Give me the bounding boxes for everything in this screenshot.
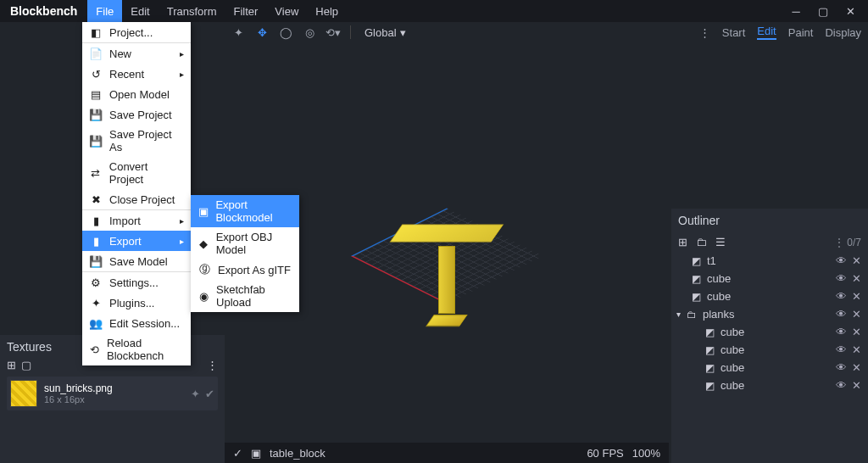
- caret-down-icon[interactable]: ▾: [676, 310, 681, 319]
- file-menu-close-project[interactable]: ✖Close Project: [82, 189, 191, 209]
- visibility-icon[interactable]: 👁: [836, 308, 847, 321]
- delete-icon[interactable]: ✕: [852, 326, 861, 338]
- textures-more-icon[interactable]: ⋮: [207, 359, 218, 371]
- menu-file[interactable]: File: [87, 0, 122, 22]
- particle-icon[interactable]: ✦: [191, 388, 200, 400]
- file-menu-save-project-as[interactable]: 💾Save Project As: [82, 125, 191, 157]
- file-menu-plugins-[interactable]: ✦Plugins...: [82, 293, 191, 313]
- coordinate-space-select[interactable]: Global ▾: [364, 26, 406, 39]
- close-button[interactable]: ✕: [844, 5, 856, 18]
- outliner-list-button[interactable]: ☰: [715, 236, 726, 248]
- cube-icon: ◩: [704, 362, 715, 374]
- mode-paint[interactable]: Paint: [788, 26, 814, 39]
- outliner-row[interactable]: ◩cube👁✕: [678, 270, 861, 287]
- export-menu-sketchfab-upload[interactable]: ◉Sketchfab Upload: [191, 280, 299, 312]
- menu-filter[interactable]: Filter: [225, 0, 266, 22]
- texture-dimensions: 16 x 16px: [44, 394, 113, 404]
- export-menu-export-obj-model[interactable]: ◆Export OBJ Model: [191, 227, 299, 259]
- menu-help[interactable]: Help: [307, 0, 347, 22]
- export-menu-export-as-gitf[interactable]: ⓖExport As gITF: [191, 259, 299, 280]
- menu-item-icon: ⓖ: [198, 263, 211, 276]
- mode-edit[interactable]: Edit: [757, 25, 776, 40]
- menu-item-label: Export: [109, 235, 142, 248]
- visibility-icon[interactable]: 👁: [836, 254, 847, 267]
- visibility-icon[interactable]: 👁: [836, 361, 847, 374]
- export-menu-export-blockmodel[interactable]: ▣Export Blockmodel: [191, 195, 299, 227]
- menu-item-icon: ▤: [89, 87, 103, 101]
- mode-start[interactable]: Start: [722, 26, 745, 39]
- new-texture-button[interactable]: ▢: [21, 359, 31, 371]
- status-check-icon[interactable]: ✓: [233, 447, 242, 460]
- outliner-row-label: t1: [707, 254, 716, 267]
- file-menu-settings-[interactable]: ⚙Settings...: [82, 271, 191, 293]
- file-menu-export[interactable]: ▮Export▸: [82, 231, 191, 251]
- outliner-row-label: cube: [707, 290, 731, 303]
- visibility-icon[interactable]: 👁: [836, 290, 847, 303]
- outliner-row[interactable]: ◩cube👁✕: [678, 287, 861, 305]
- file-menu-reload-blockbench[interactable]: ⟲Reload Blockbench: [82, 333, 191, 365]
- menu-item-label: Settings...: [109, 276, 159, 289]
- delete-icon[interactable]: ✕: [852, 379, 861, 392]
- menu-edit[interactable]: Edit: [122, 0, 158, 22]
- file-menu-convert-project[interactable]: ⇄Convert Project: [82, 157, 191, 189]
- file-menu-project-[interactable]: ◧Project...: [82, 22, 191, 42]
- mode-tabs-more-icon[interactable]: ⋮: [699, 26, 710, 39]
- visibility-icon[interactable]: 👁: [836, 343, 847, 356]
- delete-icon[interactable]: ✕: [852, 361, 861, 374]
- delete-icon[interactable]: ✕: [852, 254, 861, 267]
- file-menu-new[interactable]: 📄New▸: [82, 42, 191, 64]
- minimize-button[interactable]: ─: [790, 5, 802, 18]
- menu-item-label: Close Project: [109, 193, 175, 206]
- saved-icon: ✔: [205, 388, 214, 400]
- file-menu-open-model[interactable]: ▤Open Model: [82, 84, 191, 104]
- pointer-tool-icon[interactable]: ✦: [231, 25, 245, 39]
- visibility-icon[interactable]: 👁: [836, 379, 847, 392]
- transform-tool-icon[interactable]: ✥: [255, 25, 269, 39]
- cube-icon: ◩: [690, 291, 702, 303]
- file-menu-save-model[interactable]: 💾Save Model: [82, 251, 191, 271]
- visibility-icon[interactable]: 👁: [836, 326, 847, 338]
- visibility-icon[interactable]: 👁: [836, 272, 847, 285]
- chevron-down-icon: ▾: [400, 26, 406, 39]
- outliner-row[interactable]: ◩cube👁✕: [678, 377, 861, 394]
- file-menu-edit-session-[interactable]: 👥Edit Session...: [82, 313, 191, 333]
- menu-item-icon: ▮: [89, 234, 103, 248]
- menu-transform[interactable]: Transform: [159, 0, 225, 22]
- menu-item-icon: 💾: [89, 108, 103, 121]
- outliner-row[interactable]: ▾🗀planks👁✕: [678, 305, 861, 323]
- add-cube-button[interactable]: ⊞: [678, 236, 687, 248]
- status-model-icon: ▣: [251, 447, 261, 460]
- menu-view[interactable]: View: [266, 0, 307, 22]
- outliner-row[interactable]: ◩t1👁✕: [678, 252, 861, 270]
- outliner-row[interactable]: ◩cube👁✕: [678, 359, 861, 377]
- delete-icon[interactable]: ✕: [852, 308, 861, 321]
- file-menu-import[interactable]: ▮Import▸: [82, 209, 191, 231]
- submenu-arrow-icon: ▸: [180, 49, 184, 59]
- outliner-row[interactable]: ◩cube👁✕: [678, 323, 861, 341]
- outliner-more-icon[interactable]: ⋮: [834, 237, 844, 248]
- export-submenu: ▣Export Blockmodel◆Export OBJ ModelⓖExpo…: [191, 195, 299, 312]
- file-menu-save-project[interactable]: 💾Save Project: [82, 104, 191, 125]
- menu-item-label: Save Model: [109, 255, 168, 268]
- delete-icon[interactable]: ✕: [852, 290, 861, 303]
- mode-display[interactable]: Display: [825, 26, 861, 39]
- menu-item-label: Recent: [109, 68, 144, 81]
- add-folder-button[interactable]: 🗀: [696, 236, 707, 248]
- pivot-tool-icon[interactable]: ⟲▾: [326, 25, 340, 39]
- add-texture-button[interactable]: ⊞: [7, 359, 16, 371]
- file-menu-recent[interactable]: ↺Recent▸: [82, 64, 191, 84]
- menu-bar: File Edit Transform Filter View Help: [87, 0, 347, 22]
- rotate-tool-icon[interactable]: ◯: [279, 25, 292, 39]
- maximize-button[interactable]: ▢: [817, 5, 829, 18]
- delete-icon[interactable]: ✕: [852, 272, 861, 285]
- menu-item-icon: ◉: [198, 289, 209, 303]
- texture-item[interactable]: sun_bricks.png 16 x 16px ✦ ✔: [7, 377, 218, 410]
- menu-item-icon: ⟲: [89, 343, 100, 356]
- scale-tool-icon[interactable]: ◎: [303, 25, 316, 39]
- delete-icon[interactable]: ✕: [852, 343, 861, 356]
- status-zoom: 100%: [632, 447, 660, 460]
- menu-item-label: Sketchfab Upload: [216, 283, 292, 309]
- outliner-row[interactable]: ◩cube👁✕: [678, 341, 861, 359]
- menu-item-label: Export OBJ Model: [216, 231, 292, 256]
- menu-item-label: Reload Blockbench: [107, 337, 184, 362]
